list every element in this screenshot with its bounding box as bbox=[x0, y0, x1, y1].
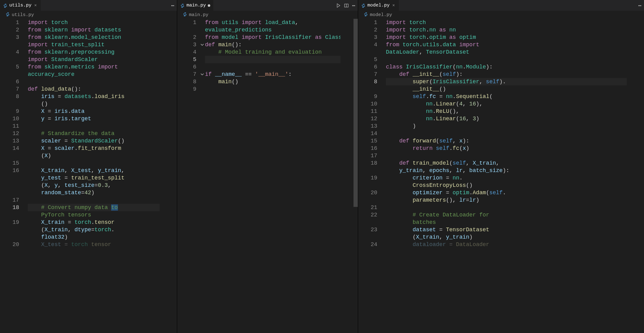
line-number[interactable]: 7 bbox=[366, 71, 380, 78]
run-button[interactable] bbox=[336, 3, 341, 8]
line-number[interactable]: 4 bbox=[8, 48, 22, 56]
line-number[interactable] bbox=[366, 48, 380, 56]
line-number[interactable]: 18 bbox=[366, 159, 380, 167]
line-number[interactable]: 10 bbox=[8, 115, 22, 122]
line-number[interactable]: 24 bbox=[366, 241, 380, 248]
line-number[interactable] bbox=[8, 182, 22, 189]
code-line[interactable]: # Create DataLoader for bbox=[386, 211, 627, 219]
line-number[interactable]: 5 bbox=[8, 63, 22, 71]
glyph-margin[interactable] bbox=[358, 19, 366, 333]
line-number[interactable] bbox=[366, 182, 380, 189]
code-line[interactable]: parameters(), lr=lr) bbox=[386, 196, 627, 204]
line-number[interactable]: 16 bbox=[366, 145, 380, 152]
code-line[interactable]: from sklearn.metrics import bbox=[28, 63, 160, 71]
editor-tab[interactable]: utils.py × bbox=[0, 0, 41, 11]
line-number[interactable]: 9 bbox=[366, 93, 380, 100]
code-line[interactable]: (X_train, dtype=torch. bbox=[28, 226, 160, 233]
minimap[interactable] bbox=[627, 19, 644, 333]
code-line[interactable]: y_test = train_test_split bbox=[28, 174, 160, 182]
code-editor[interactable]: 1234567891011121314151617181920 import t… bbox=[0, 19, 177, 333]
code-line[interactable]: def train_model(self, X_train, bbox=[386, 159, 627, 167]
code-line[interactable]: import torch bbox=[386, 19, 627, 26]
line-number[interactable]: 12 bbox=[8, 130, 22, 137]
code-line[interactable]: __init__() bbox=[386, 85, 627, 93]
line-number[interactable]: 16 bbox=[8, 167, 22, 174]
code-line[interactable]: accuracy_score bbox=[28, 71, 160, 78]
line-number[interactable] bbox=[366, 85, 380, 93]
line-number[interactable]: 4 bbox=[366, 41, 380, 48]
fold-toggle[interactable] bbox=[199, 41, 205, 48]
line-number[interactable]: 7 bbox=[8, 85, 22, 93]
code-line[interactable] bbox=[205, 85, 341, 93]
close-tab-button[interactable]: × bbox=[33, 3, 38, 8]
code-line[interactable]: scaler = StandardScaler() bbox=[28, 137, 160, 145]
line-number[interactable]: 11 bbox=[8, 122, 22, 130]
line-number[interactable]: 1 bbox=[185, 19, 199, 26]
line-number[interactable] bbox=[8, 211, 22, 219]
line-number[interactable]: 7 bbox=[185, 71, 199, 78]
line-number[interactable]: 15 bbox=[8, 159, 22, 167]
code-line[interactable]: PyTorch tensors bbox=[28, 211, 160, 219]
line-number[interactable]: 17 bbox=[366, 152, 380, 159]
code-line[interactable]: self.fc = nn.Sequential( bbox=[386, 93, 627, 100]
line-number[interactable]: 8 bbox=[8, 93, 22, 100]
code-line[interactable] bbox=[28, 122, 160, 130]
code-line[interactable] bbox=[205, 56, 341, 63]
line-number[interactable] bbox=[8, 189, 22, 196]
line-number[interactable] bbox=[8, 233, 22, 241]
code-line[interactable]: from sklearn.model_selection bbox=[28, 34, 160, 41]
code-line[interactable]: dataloader = DataLoader bbox=[386, 241, 627, 248]
code-line[interactable]: def forward(self, x): bbox=[386, 137, 627, 145]
line-number[interactable]: 23 bbox=[366, 226, 380, 233]
code-line[interactable]: batches bbox=[386, 219, 627, 226]
line-number[interactable]: 12 bbox=[366, 115, 380, 122]
code-line[interactable]: y_train, epochs, lr, batch_size): bbox=[386, 167, 627, 174]
code-line[interactable] bbox=[28, 159, 160, 167]
code-line[interactable]: from sklearn import datasets bbox=[28, 26, 160, 34]
line-number[interactable] bbox=[8, 41, 22, 48]
line-number[interactable]: 21 bbox=[366, 204, 380, 211]
code-line[interactable]: # Convert numpy data to bbox=[28, 204, 160, 211]
line-number[interactable]: 3 bbox=[8, 34, 22, 41]
code-line[interactable] bbox=[205, 63, 341, 71]
code-line[interactable]: def main(): bbox=[205, 41, 341, 48]
code-line[interactable]: if __name__ == '__main__': bbox=[205, 71, 341, 78]
line-number[interactable] bbox=[8, 226, 22, 233]
line-number[interactable]: 20 bbox=[366, 189, 380, 196]
code-line[interactable]: import torch.optim as optim bbox=[386, 34, 627, 41]
glyph-margin[interactable] bbox=[0, 19, 8, 333]
code-line[interactable]: y = iris.target bbox=[28, 115, 160, 122]
fold-toggle[interactable] bbox=[199, 71, 205, 78]
code-line[interactable]: class IrisClassifier(nn.Module): bbox=[386, 63, 627, 71]
code-content[interactable]: from utils import load_data, evaluate_pr… bbox=[205, 19, 341, 333]
line-number[interactable]: 17 bbox=[8, 196, 22, 204]
code-line[interactable]: criterion = nn. bbox=[386, 174, 627, 182]
code-content[interactable]: import torchfrom sklearn import datasets… bbox=[28, 19, 160, 333]
code-line[interactable]: def load_data(): bbox=[28, 85, 160, 93]
code-line[interactable]: X = iris.data bbox=[28, 108, 160, 115]
line-number[interactable]: 19 bbox=[366, 174, 380, 182]
code-line[interactable] bbox=[386, 152, 627, 159]
line-number[interactable] bbox=[8, 56, 22, 63]
breadcrumb[interactable]: model.py bbox=[358, 11, 644, 19]
breadcrumb[interactable]: utils.py bbox=[0, 11, 177, 19]
code-line[interactable]: (X) bbox=[28, 152, 160, 159]
tab-overflow-button[interactable]: ⋯ bbox=[638, 2, 642, 9]
line-number[interactable]: 3 bbox=[185, 41, 199, 48]
code-line[interactable]: import torch bbox=[28, 19, 160, 26]
code-content[interactable]: import torchimport torch.nn as nnimport … bbox=[386, 19, 627, 333]
line-number[interactable]: 5 bbox=[366, 56, 380, 63]
code-line[interactable]: from torch.utils.data import bbox=[386, 41, 627, 48]
code-line[interactable]: nn.Linear(16, 3) bbox=[386, 115, 627, 122]
line-number[interactable]: 9 bbox=[8, 108, 22, 115]
line-number[interactable]: 2 bbox=[8, 26, 22, 34]
line-number[interactable]: 11 bbox=[366, 108, 380, 115]
code-line[interactable]: from utils import load_data, bbox=[205, 19, 341, 26]
minimap[interactable] bbox=[160, 19, 177, 333]
code-line[interactable]: random_state=42) bbox=[28, 189, 160, 196]
code-line[interactable]: () bbox=[28, 100, 160, 108]
code-line[interactable]: X = scaler.fit_transform bbox=[28, 145, 160, 152]
code-line[interactable] bbox=[386, 130, 627, 137]
code-line[interactable]: (X_train, y_train) bbox=[386, 233, 627, 241]
line-number[interactable]: 6 bbox=[185, 63, 199, 71]
